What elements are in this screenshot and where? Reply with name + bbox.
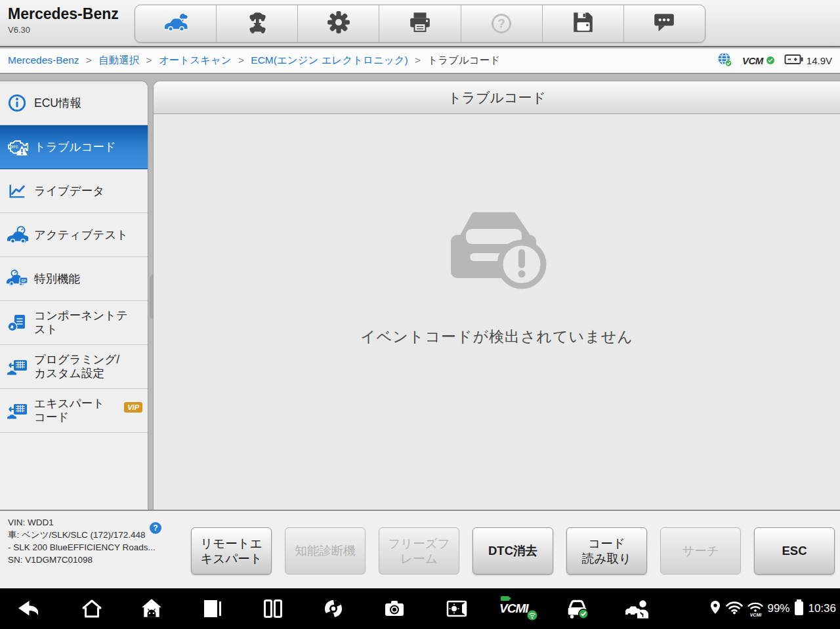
vcmi-battery-icon: [501, 596, 511, 601]
split-screen-button[interactable]: [262, 598, 284, 619]
feedback-chat-icon: [652, 10, 676, 37]
empty-message: イベントコードが検出されていません: [360, 327, 633, 347]
wifi-icon: [725, 599, 744, 618]
help-button: ?: [461, 5, 543, 42]
back-icon: [14, 598, 38, 619]
vcmi-wifi-icon: VCMI: [747, 601, 764, 617]
vcmi-app-button[interactable]: VCMI: [499, 596, 537, 622]
dtc-engine-icon: DTC: [5, 136, 29, 157]
save-button[interactable]: [543, 5, 624, 42]
battery-voltage-value: 14.9V: [807, 55, 832, 66]
breadcrumb-link-auto-select[interactable]: 自動選択: [98, 54, 139, 66]
live-data-chart-icon: [5, 181, 29, 201]
expert-code-module-icon: [5, 401, 29, 420]
chrome-button[interactable]: [323, 598, 344, 619]
sidebar-item-label: プログラミング/ カスタム設定: [34, 353, 119, 380]
breadcrumb-bar: Mercedes-Benz > 自動選択 > オートスキャン > ECM(エンジ…: [0, 49, 840, 74]
save-icon: [571, 10, 595, 37]
sidebar-item-component-test[interactable]: コンポーネントテ スト: [0, 301, 148, 345]
breadcrumb-link-vehicle[interactable]: Mercedes-Benz: [8, 54, 79, 66]
car-exclamation-icon: [444, 206, 550, 296]
remote-diagnostics-car-icon: [163, 10, 189, 37]
home-button[interactable]: [81, 598, 103, 619]
settings-button[interactable]: [298, 5, 379, 42]
sidebar-item-label: エキスパート コード: [34, 397, 104, 424]
back-button[interactable]: [14, 598, 38, 619]
sidebar-item-expert-code[interactable]: エキスパート コード VIP: [0, 389, 148, 433]
freeze-frame-button: フリーズフ レーム: [379, 527, 459, 575]
clear-dtc-button[interactable]: DTC消去: [472, 527, 553, 575]
brand-block: Mercedes-Benz V6.30: [8, 5, 119, 35]
vcmi-logo: VCMI: [499, 596, 537, 622]
android-home-icon: [140, 598, 163, 619]
svg-text:SP: SP: [21, 279, 26, 283]
action-button-row: リモートエ キスパート 知能診断機 フリーズフ レーム DTC消去 コード 読み…: [191, 527, 835, 575]
vehicle-vin: VIN: WDD1: [8, 516, 156, 529]
vehicle-exchange-icon: [245, 10, 270, 37]
breadcrumb-link-ecm[interactable]: ECM(エンジン エレクトロニック): [251, 54, 408, 66]
sidebar-item-label: 特別機能: [34, 272, 80, 286]
display-settings-button[interactable]: [446, 598, 469, 619]
print-button[interactable]: [379, 5, 461, 42]
camera-button[interactable]: [384, 598, 405, 619]
vehicle-connection-button[interactable]: [566, 598, 589, 620]
vehicle-exchange-button[interactable]: [217, 5, 298, 42]
sidebar-item-special-functions[interactable]: SP 特別機能: [0, 257, 148, 301]
remote-diagnostics-button[interactable]: [135, 5, 217, 42]
sidebar-item-live-data[interactable]: ライブデータ: [0, 169, 148, 213]
page-title: トラブルコード: [154, 81, 840, 114]
remote-expert-icon: [624, 598, 649, 620]
android-home-button[interactable]: [140, 598, 163, 619]
chrome-icon: [323, 598, 344, 619]
display-settings-icon: [446, 598, 469, 619]
ecu-info-icon: [5, 93, 29, 113]
android-nav-bar: VCMI: [0, 588, 840, 629]
active-test-car-icon: [5, 225, 29, 245]
breadcrumb-link-auto-scan[interactable]: オートスキャン: [159, 54, 232, 66]
location-icon: [709, 599, 722, 619]
vcm-status: VCM: [742, 54, 775, 68]
top-bar: Mercedes-Benz V6.30: [0, 0, 840, 47]
sidebar-item-label: アクティブテスト: [34, 228, 128, 242]
recent-apps-button[interactable]: [201, 598, 222, 619]
empty-state: イベントコードが検出されていません: [154, 114, 840, 510]
vcmi-label: VCMI: [499, 601, 528, 616]
search-button: サーチ: [660, 527, 741, 575]
status-cluster: VCMI 99% 10:36: [709, 588, 836, 629]
component-test-icon: [5, 312, 29, 333]
vehicle-sn: SN: V1DGM7C01098: [8, 554, 156, 566]
app-version: V6.30: [8, 25, 119, 35]
breadcrumb: Mercedes-Benz > 自動選択 > オートスキャン > ECM(エンジ…: [8, 54, 500, 68]
sidebar-item-trouble-codes[interactable]: DTC トラブルコード: [0, 125, 148, 169]
sidebar-item-programming[interactable]: プログラミング/ カスタム設定: [0, 345, 148, 389]
sidebar-item-active-test[interactable]: アクティブテスト: [0, 213, 148, 257]
svg-text:DTC: DTC: [10, 144, 18, 149]
battery-icon: [793, 598, 805, 619]
remote-expert-button[interactable]: リモートエ キスパート: [191, 527, 272, 575]
vehicle-info-help-icon[interactable]: ?: [150, 522, 161, 534]
vcmi-wifi-badge-icon: [527, 610, 537, 620]
vip-badge: VIP: [124, 402, 142, 413]
read-codes-button[interactable]: コード 読み取り: [566, 527, 647, 575]
split-screen-icon: [262, 598, 284, 619]
main-panel: トラブルコード イベントコードが検出されていません: [153, 81, 840, 510]
content-area: ECU情報 DTC トラブルコード: [0, 75, 840, 510]
vehicle-model-line2: - SLK 200 BlueEFFICIENCY Roads...: [8, 541, 156, 554]
vcm-connected-icon: [766, 54, 775, 68]
camera-icon: [384, 598, 405, 619]
esc-button[interactable]: ESC: [754, 527, 835, 575]
clock: 10:36: [808, 602, 836, 615]
breadcrumb-separator: >: [234, 54, 248, 66]
diagnostic-app-screen: Mercedes-Benz V6.30: [0, 0, 840, 629]
vehicle-connected-icon: [566, 598, 589, 620]
feedback-button[interactable]: [624, 5, 705, 42]
battery-status: 14.9V: [784, 52, 832, 70]
sidebar-item-label: ECU情報: [34, 96, 81, 110]
toolbar: ?: [135, 5, 705, 43]
remote-expert-app-button[interactable]: [624, 598, 649, 620]
vehicle-info: VIN: WDD1 車: ベンツ/SLK/SLC (172)/172.448 -…: [8, 516, 156, 566]
sidebar-item-ecu-info[interactable]: ECU情報: [0, 81, 148, 125]
recent-apps-icon: [201, 598, 222, 619]
vehicle-model-line1: 車: ベンツ/SLK/SLC (172)/172.448: [8, 529, 156, 541]
sidebar-item-label: トラブルコード: [34, 140, 116, 154]
